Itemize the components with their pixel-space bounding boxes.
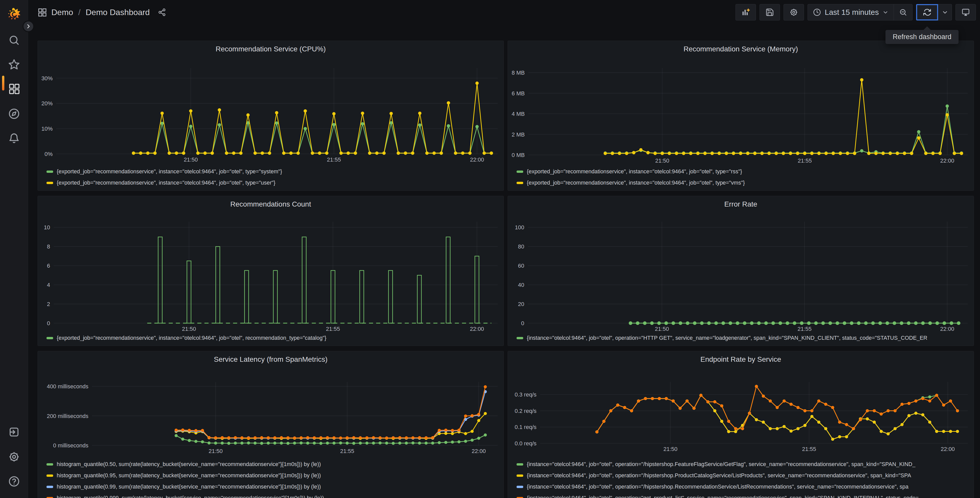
series-point (874, 152, 878, 155)
series-point (880, 430, 883, 433)
breadcrumb-dashboard-title[interactable]: Demo Dashboard (86, 8, 150, 17)
save-dashboard-button[interactable] (759, 4, 780, 21)
series-point (246, 113, 250, 117)
series-point (727, 420, 730, 423)
series-point (618, 152, 621, 155)
series-point (736, 321, 739, 325)
chart-recommendations-count[interactable]: 024681021:5021:5522:00 (38, 196, 504, 346)
legend-item[interactable]: histogram_quantile(0.50, sum(rate(latenc… (46, 459, 498, 470)
sidebar-item-sign-in[interactable] (0, 421, 28, 444)
y-axis-tick-label: 20% (41, 100, 52, 107)
series-point (900, 321, 904, 325)
series-point (629, 321, 632, 325)
legend-swatch-icon (517, 497, 523, 498)
series-point (218, 109, 221, 112)
series-point (748, 412, 751, 415)
sidebar-item-alerting[interactable] (0, 127, 28, 150)
series-point (404, 152, 407, 155)
chart-error-rate[interactable]: 02040608010021:5021:5522:00 (508, 196, 974, 346)
series-point (797, 427, 800, 430)
series-point (814, 321, 818, 325)
legend-item[interactable]: {exported_job="recommendationservice", i… (517, 177, 968, 188)
legend-swatch-icon (46, 182, 53, 184)
series-point (650, 321, 654, 325)
series-point (776, 427, 779, 430)
series-point (161, 112, 164, 115)
series-point (846, 152, 849, 155)
series-point (703, 152, 706, 155)
series-point (928, 399, 931, 403)
series-point (275, 111, 278, 114)
sidebar-expand-button[interactable] (22, 21, 34, 32)
sidebar-item-configuration[interactable] (0, 445, 28, 468)
series-point (385, 442, 388, 445)
share-dashboard-button[interactable] (158, 8, 166, 16)
x-axis-tick-label: 22:00 (941, 446, 955, 452)
legend-item[interactable]: {instance="otelcol:9464", job="otel", op… (517, 332, 968, 343)
series-point (218, 123, 221, 126)
cycle-view-mode-button[interactable] (956, 4, 976, 21)
panel-title[interactable]: Service Latency (from SpanMetrics) (38, 355, 504, 364)
series-point (668, 152, 671, 155)
dashboard-settings-button[interactable] (784, 4, 804, 21)
add-panel-button[interactable] (735, 4, 756, 21)
series-point (471, 414, 474, 417)
panel-title[interactable]: Recommendations Count (38, 200, 504, 208)
refresh-button[interactable] (916, 4, 938, 21)
legend-label: {exported_job="recommendationservice", i… (57, 168, 282, 175)
series-point (365, 442, 368, 445)
legend-item[interactable]: {exported_job="recommendationservice", i… (517, 166, 968, 177)
panel-title[interactable]: Endpoint Rate by Service (508, 355, 974, 364)
series-point (346, 436, 349, 439)
sidebar-item-explore[interactable] (0, 102, 28, 125)
panel-title[interactable]: Error Rate (508, 200, 974, 208)
legend-item[interactable]: histogram_quantile(0.95, sum(rate(latenc… (46, 470, 498, 481)
save-icon (765, 8, 774, 17)
series-point (721, 321, 725, 325)
breadcrumb: Demo / Demo Dashboard (38, 8, 166, 17)
series-point (196, 152, 199, 155)
series-point (385, 436, 388, 439)
series-point (790, 429, 793, 433)
legend-item[interactable]: {instance="otelcol:9464", job="otel", op… (517, 470, 968, 481)
zoom-out-button[interactable] (894, 4, 912, 20)
y-axis-tick-label: 8 (47, 243, 50, 250)
series-point (254, 442, 257, 445)
panel-title[interactable]: Recommendation Service (CPU%) (38, 45, 504, 53)
series-point (438, 429, 441, 432)
series-point (300, 442, 303, 445)
series-point (907, 414, 910, 417)
series-point (293, 436, 296, 439)
legend: {instance="otelcol:9464", job="otel", op… (517, 332, 968, 343)
series-point (832, 152, 835, 155)
y-axis-tick-label: 8 MB (512, 70, 525, 76)
panel-title[interactable]: Recommendation Service (Memory) (508, 45, 974, 53)
series-point (942, 321, 946, 325)
time-range-picker[interactable]: Last 15 minutes (808, 4, 894, 20)
legend-item[interactable]: histogram_quantile(0.999, sum(rate(laten… (46, 492, 498, 498)
legend-item[interactable]: histogram_quantile(0.99, sum(rate(latenc… (46, 481, 498, 492)
sidebar-item-starred[interactable] (0, 53, 28, 76)
grafana-logo[interactable] (0, 8, 28, 21)
series-point (326, 436, 329, 439)
legend-item[interactable]: {exported_job="recommendationservice", i… (46, 177, 498, 188)
series-point (714, 321, 718, 325)
sidebar-item-search[interactable] (0, 29, 28, 52)
sidebar-item-help[interactable] (0, 470, 28, 493)
series-point (398, 436, 401, 439)
active-indicator (2, 76, 4, 91)
series-point (471, 439, 474, 442)
series-point (793, 321, 796, 325)
legend-item[interactable]: {instance="otelcol:9464", job="otel", op… (517, 481, 968, 492)
sidebar-item-dashboards[interactable] (0, 77, 28, 100)
legend-item[interactable]: {instance="otelcol:9464", job="otel", op… (517, 492, 968, 498)
legend-item[interactable]: {exported_job="recommendationservice", i… (46, 166, 498, 177)
series-point (139, 152, 142, 155)
refresh-interval-dropdown[interactable] (938, 4, 952, 21)
breadcrumb-folder[interactable]: Demo (51, 8, 73, 17)
series-point (359, 436, 362, 439)
series-point (339, 152, 343, 155)
series-point (477, 437, 480, 440)
legend-item[interactable]: {exported_job="recommendationservice", i… (46, 332, 498, 343)
legend-item[interactable]: {instance="otelcol:9464", job="otel", op… (517, 459, 968, 470)
